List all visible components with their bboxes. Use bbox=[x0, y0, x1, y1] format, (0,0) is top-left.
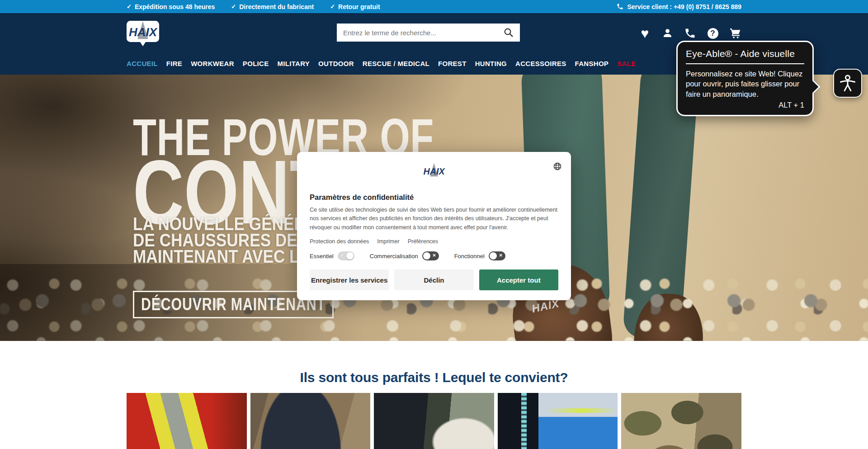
usp-label: Directement du fabricant bbox=[239, 3, 314, 10]
usp-manufacturer: ✓ Directement du fabricant bbox=[231, 3, 314, 10]
usp-label: Retour gratuit bbox=[338, 3, 380, 10]
category-card-outdoor[interactable]: HAIX bbox=[374, 393, 494, 449]
functional-toggle[interactable]: ✕ bbox=[489, 251, 505, 260]
check-icon: ✓ bbox=[340, 253, 344, 258]
photo-flash bbox=[546, 408, 618, 413]
toggle-knob bbox=[346, 252, 354, 260]
check-icon: ✓ bbox=[330, 3, 335, 10]
search-button[interactable] bbox=[502, 26, 515, 39]
category-section: Ils sont tous parfaits ! Lequel te convi… bbox=[0, 341, 868, 449]
privacy-description: Ce site utilise des technologies de suiv… bbox=[310, 206, 558, 232]
language-selector-button[interactable] bbox=[553, 162, 562, 172]
cart-button[interactable] bbox=[729, 27, 741, 39]
category-card-workwear[interactable] bbox=[250, 393, 371, 449]
toggle-label-marketing: Commercialisation bbox=[370, 253, 418, 260]
heart-icon: ♥ bbox=[641, 27, 649, 39]
help-button[interactable]: ? bbox=[707, 27, 719, 39]
nav-workwear[interactable]: WORKWEAR bbox=[191, 60, 234, 67]
category-card-fire[interactable] bbox=[127, 393, 247, 449]
eye-able-description: Personnalisez ce site Web! Cliquez pour … bbox=[686, 69, 804, 99]
check-icon: ✓ bbox=[231, 3, 236, 10]
eye-able-shortcut: ALT + 1 bbox=[686, 101, 804, 109]
photo-strap bbox=[498, 393, 538, 449]
usp-returns: ✓ Retour gratuit bbox=[330, 3, 380, 10]
wishlist-button[interactable]: ♥ bbox=[639, 27, 651, 39]
nav-hunting[interactable]: HUNTING bbox=[475, 60, 507, 67]
essential-toggle[interactable]: ✓ bbox=[338, 251, 354, 260]
contact-button[interactable] bbox=[684, 27, 696, 39]
nav-accueil[interactable]: ACCUEIL bbox=[127, 60, 158, 67]
nav-fanshop[interactable]: FANSHOP bbox=[575, 60, 609, 67]
account-button[interactable] bbox=[661, 27, 674, 39]
nav-police[interactable]: POLICE bbox=[243, 60, 269, 67]
decline-button[interactable]: Déclin bbox=[394, 269, 473, 290]
toggle-knob bbox=[490, 252, 497, 260]
hero-subtitle: LA NOUVELLE GÉNÉRA DE CHAUSSURES DE T MA… bbox=[133, 216, 317, 265]
category-card-police[interactable]: POLI bbox=[498, 393, 618, 449]
search-icon bbox=[503, 27, 514, 38]
toggle-label-essential: Essentiel bbox=[310, 253, 334, 260]
accessibility-person-icon bbox=[838, 73, 858, 93]
usp-shipping: ✓ Expédition sous 48 heures bbox=[127, 3, 215, 10]
accessibility-widget-button[interactable] bbox=[833, 69, 862, 98]
nav-sale[interactable]: SALE bbox=[617, 60, 636, 67]
privacy-consent-dialog: HAIX Paramètres de confidentialité Ce si… bbox=[297, 152, 571, 300]
category-card-military[interactable] bbox=[621, 393, 741, 449]
phone-icon bbox=[617, 3, 623, 10]
haix-logo[interactable]: HAIX bbox=[126, 19, 160, 47]
service-phone[interactable]: Service client : +49 (0) 8751 / 8625 889 bbox=[617, 3, 741, 10]
search-bar bbox=[337, 24, 520, 42]
toggle-label-functional: Fonctionnel bbox=[454, 253, 485, 260]
privacy-policy-link[interactable]: Protection des données bbox=[310, 238, 369, 245]
haix-logo: HAIX bbox=[421, 161, 447, 182]
accept-all-button[interactable]: Accepter tout bbox=[479, 269, 558, 290]
usp-label: Expédition sous 48 heures bbox=[135, 3, 215, 10]
topbar: ✓ Expédition sous 48 heures ✓ Directemen… bbox=[0, 0, 868, 13]
nav-forest[interactable]: FOREST bbox=[438, 60, 467, 67]
main-nav: ACCUEIL FIRE WORKWEAR POLICE MILITARY OU… bbox=[127, 60, 636, 67]
nav-military[interactable]: MILITARY bbox=[278, 60, 310, 67]
nav-accessoires[interactable]: ACCESSOIRES bbox=[515, 60, 566, 67]
nav-outdoor[interactable]: OUTDOOR bbox=[318, 60, 354, 67]
privacy-heading: Paramètres de confidentialité bbox=[310, 193, 558, 202]
service-phone-label: Service client : +49 (0) 8751 / 8625 889 bbox=[627, 3, 741, 10]
cart-icon bbox=[730, 28, 741, 39]
eye-able-tooltip: Eye-Able® - Aide visuelle Personnalisez … bbox=[676, 41, 814, 116]
toggle-knob bbox=[423, 252, 430, 260]
search-input[interactable] bbox=[343, 29, 502, 37]
save-services-button[interactable]: Enregistrer les services bbox=[310, 269, 389, 290]
preferences-link[interactable]: Préférences bbox=[408, 238, 438, 245]
tooltip-divider bbox=[686, 63, 804, 64]
nav-rescue-medical[interactable]: RESCUE / MEDICAL bbox=[363, 60, 429, 67]
phone-icon bbox=[684, 28, 696, 39]
svg-text:HAIX: HAIX bbox=[129, 25, 158, 39]
eye-able-title: Eye-Able® - Aide visuelle bbox=[686, 48, 804, 59]
section-heading: Ils sont tous parfaits ! Lequel te convi… bbox=[0, 341, 868, 385]
svg-text:HAIX: HAIX bbox=[424, 166, 446, 176]
imprint-link[interactable]: Imprimer bbox=[377, 238, 399, 245]
question-icon: ? bbox=[708, 28, 718, 39]
nav-fire[interactable]: FIRE bbox=[166, 60, 182, 67]
check-icon: ✓ bbox=[127, 3, 132, 10]
globe-icon bbox=[553, 162, 562, 171]
user-icon bbox=[662, 28, 673, 39]
x-icon: ✕ bbox=[432, 253, 436, 258]
x-icon: ✕ bbox=[499, 253, 503, 258]
marketing-toggle[interactable]: ✕ bbox=[422, 251, 439, 260]
